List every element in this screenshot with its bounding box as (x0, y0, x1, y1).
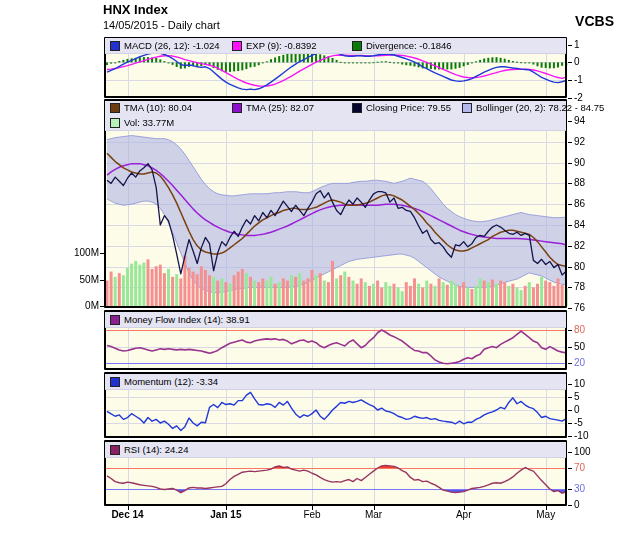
y-tick-label: 84 (574, 220, 585, 230)
volume-tick-label: 100M (55, 248, 99, 258)
momentum-legend: Momentum (12): -3.34 (105, 374, 566, 390)
x-month-label: Jan 15 (196, 509, 256, 520)
x-month-label: Feb (282, 509, 342, 520)
legend-item-rsi: RSI (14): 24.24 (110, 443, 188, 456)
x-month-label: Apr (434, 509, 494, 520)
mfi-label: Money Flow Index (14): 38.91 (124, 314, 250, 325)
legend-item-macd: MACD (26, 12): -1.024 (110, 39, 220, 52)
momentum-label: Momentum (12): -3.34 (124, 376, 218, 387)
legend-item-tma25: TMA (25): 82.07 (232, 101, 314, 114)
rsi-label: RSI (14): 24.24 (124, 444, 188, 455)
tma10-swatch-icon (110, 103, 120, 113)
macd-label: MACD (26, 12): -1.024 (124, 40, 220, 51)
y-tick-label: 86 (574, 199, 585, 209)
y-tick-label: 94 (574, 116, 585, 126)
y-tick-label: 20 (574, 358, 585, 368)
bollinger-label: Bollinger (20, 2): 78.22 - 84.75 (476, 102, 604, 113)
legend-item-momentum: Momentum (12): -3.34 (110, 375, 218, 388)
mfi-swatch-icon (110, 315, 120, 325)
x-month-label: Dec 14 (98, 509, 158, 520)
legend-item-exp: EXP (9): -0.8392 (232, 39, 317, 52)
hnx-chart-page: { "header": { "title": "HNX Index", "sub… (0, 0, 620, 535)
y-tick-label: 82 (574, 241, 585, 251)
exp-label: EXP (9): -0.8392 (246, 40, 317, 51)
legend-item-mfi: Money Flow Index (14): 38.91 (110, 313, 250, 326)
legend-item-divergence: Divergence: -0.1846 (352, 39, 452, 52)
bollinger-swatch-icon (462, 103, 472, 113)
x-month-label: May (516, 509, 576, 520)
y-tick-label: 5 (574, 392, 580, 402)
y-tick-label: -10 (574, 431, 588, 441)
volume-tick-label: 0M (55, 301, 99, 311)
legend-item-volume: Vol: 33.77M (110, 116, 174, 129)
y-tick-label: 0 (574, 57, 580, 67)
y-tick-label: 100 (574, 447, 591, 457)
divergence-label: Divergence: -0.1846 (366, 40, 452, 51)
chart-subtitle: 14/05/2015 - Daily chart (103, 19, 220, 31)
tma25-swatch-icon (232, 103, 242, 113)
divergence-swatch-icon (352, 41, 362, 51)
exp-swatch-icon (232, 41, 242, 51)
macd-legend: MACD (26, 12): -1.024 EXP (9): -0.8392 D… (105, 38, 566, 54)
y-tick-label: 50 (574, 342, 585, 352)
x-month-label: Mar (344, 509, 404, 520)
y-tick-label: 80 (574, 262, 585, 272)
volume-swatch-icon (110, 118, 120, 128)
rsi-swatch-icon (110, 445, 120, 455)
volume-tick-label: 50M (55, 275, 99, 285)
legend-item-tma10: TMA (10): 80.04 (110, 101, 192, 114)
page-title: HNX Index (103, 2, 168, 17)
price-legend-row1: TMA (10): 80.04 TMA (25): 82.07 Closing … (105, 101, 566, 115)
legend-item-closing-price: Closing Price: 79.55 (352, 101, 451, 114)
brand-logo: VCBS (575, 13, 614, 29)
rsi-legend: RSI (14): 24.24 (105, 442, 566, 458)
y-tick-label: -1 (574, 75, 583, 85)
y-tick-label: 80 (574, 325, 585, 335)
y-tick-label: 10 (574, 379, 585, 389)
y-tick-label: 1 (574, 40, 580, 50)
y-tick-label: 92 (574, 137, 585, 147)
tma25-label: TMA (25): 82.07 (246, 102, 314, 113)
tma10-label: TMA (10): 80.04 (124, 102, 192, 113)
volume-label: Vol: 33.77M (124, 117, 174, 128)
y-tick-label: 0 (574, 405, 580, 415)
legend-item-bollinger: Bollinger (20, 2): 78.22 - 84.75 (462, 101, 604, 114)
y-tick-label: 88 (574, 178, 585, 188)
y-tick-label: -2 (574, 93, 583, 103)
mfi-legend: Money Flow Index (14): 38.91 (105, 312, 566, 328)
momentum-swatch-icon (110, 377, 120, 387)
y-tick-label: 30 (574, 484, 585, 494)
y-tick-label: 76 (574, 303, 585, 313)
closing-price-label: Closing Price: 79.55 (366, 102, 451, 113)
price-legend-row2: Vol: 33.77M (105, 115, 566, 131)
y-tick-label: 90 (574, 158, 585, 168)
closing-price-swatch-icon (352, 103, 362, 113)
y-tick-label: -5 (574, 418, 583, 428)
y-tick-label: 78 (574, 282, 585, 292)
y-tick-label: 70 (574, 463, 585, 473)
macd-swatch-icon (110, 41, 120, 51)
